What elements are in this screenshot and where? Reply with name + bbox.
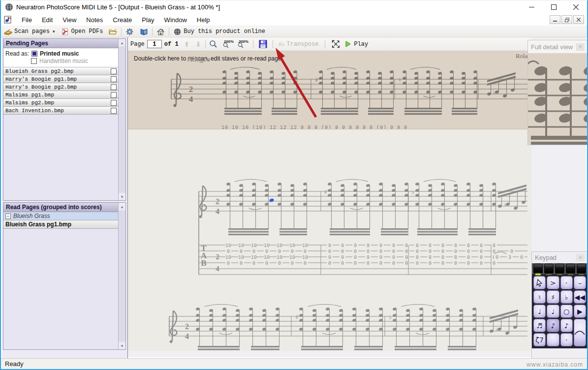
pending-file-row[interactable]: Harry's Boogie pg1.bmp xyxy=(3,75,118,83)
menu-play[interactable]: Play xyxy=(137,15,159,25)
menu-view[interactable]: View xyxy=(58,15,81,25)
main-toolbar: Scan pages ▾ Open PDFs xyxy=(1,26,587,37)
svg-text:10: 10 xyxy=(264,255,270,260)
menu-edit[interactable]: Edit xyxy=(37,15,58,25)
full-detail-header[interactable]: Full detail view ✕ xyxy=(528,40,588,53)
transpose-button[interactable]: ♯♭ Transpose xyxy=(276,41,321,48)
svg-text:0: 0 xyxy=(379,249,382,254)
close-button[interactable] xyxy=(565,0,587,14)
keypad-mode-key[interactable] xyxy=(566,264,575,274)
svg-text:9: 9 xyxy=(379,255,382,260)
zoom-200-button[interactable]: 200% xyxy=(235,40,250,49)
svg-text:0: 0 xyxy=(454,261,457,266)
svg-text:4: 4 xyxy=(185,332,189,340)
keypad-natural-sign-button[interactable]: ♮ xyxy=(533,290,546,304)
file-checkbox[interactable] xyxy=(111,100,117,106)
keypad-sharp-sign-button[interactable]: ♯ xyxy=(547,290,559,304)
read-pages-scrollbar[interactable]: ▴ ▾ xyxy=(118,203,125,349)
open-pdfs-button[interactable]: Open PDFs xyxy=(58,26,106,37)
keypad-blank-button[interactable] xyxy=(547,333,559,346)
next-page-button[interactable]: ⬇ xyxy=(192,40,204,48)
menu-window[interactable]: Window xyxy=(159,15,192,25)
scroll-down-icon[interactable]: ▾ xyxy=(119,193,125,200)
zoom-100-button[interactable]: 100% xyxy=(220,40,235,49)
close-icon[interactable]: ✕ xyxy=(576,254,585,261)
pending-file-row[interactable]: Blueish Grass pg2.bmp xyxy=(3,67,118,75)
save-button[interactable] xyxy=(256,40,270,48)
keypad-pointer-tool-button[interactable] xyxy=(533,276,546,289)
pending-file-row[interactable]: Malsims pg2.bmp xyxy=(3,99,118,107)
prev-page-button[interactable]: ⬆ xyxy=(181,40,193,48)
file-checkbox[interactable] xyxy=(111,108,117,114)
scroll-up-icon[interactable]: ▴ xyxy=(119,203,125,210)
keypad-play-button[interactable]: ▶ xyxy=(574,305,586,318)
keypad-sixteenth-note-button[interactable]: ♬ xyxy=(533,319,546,332)
menu-file[interactable]: File xyxy=(17,15,37,25)
svg-text:0: 0 xyxy=(405,249,408,254)
pending-scrollbar[interactable]: ▴ ▾ xyxy=(118,39,125,200)
play-button[interactable]: Play xyxy=(342,41,371,48)
printed-music-checkbox[interactable] xyxy=(31,51,37,57)
keypad-flat-sign-button[interactable]: ♭ xyxy=(560,290,573,304)
keypad-mode-key[interactable] xyxy=(544,264,554,274)
help-book-button[interactable]: ? xyxy=(137,26,151,37)
keypad-half-note-button[interactable]: ♩ xyxy=(547,305,559,318)
buy-online-button[interactable]: Buy this product online xyxy=(170,26,268,37)
menu-notes[interactable]: Notes xyxy=(81,15,108,25)
full-detail-view-panel: Full detail view ✕ xyxy=(527,40,588,145)
keypad-header[interactable]: Keypad ✕ xyxy=(532,252,588,263)
keypad-eighth-note-alt-button[interactable]: ♪ xyxy=(560,319,573,332)
keypad-whole-note-button[interactable]: ○ xyxy=(560,305,573,318)
close-icon[interactable]: ✕ xyxy=(576,43,585,51)
keypad-accent-mark-button[interactable]: > xyxy=(547,276,559,289)
keypad-augment-dot-button[interactable]: · xyxy=(560,333,573,346)
minimize-button[interactable] xyxy=(521,0,543,14)
handwritten-music-checkbox[interactable] xyxy=(31,58,37,64)
keypad-eighth-note-button[interactable]: ♪ xyxy=(547,319,559,332)
menu-create[interactable]: Create xyxy=(108,15,137,25)
pending-file-row[interactable]: Harry's Boogie pg2.bmp xyxy=(3,83,118,91)
file-checkbox[interactable] xyxy=(111,84,117,90)
full-screen-button[interactable] xyxy=(329,40,342,48)
keypad-rests-button[interactable]: ζ7 xyxy=(533,333,546,346)
open-folder-button[interactable] xyxy=(106,26,120,37)
scroll-down-icon[interactable]: ▾ xyxy=(119,342,125,349)
keypad-rewind-button[interactable]: ◀◀ xyxy=(574,290,586,304)
file-name: Bach Invention.bmp xyxy=(5,108,64,114)
scan-dropdown-arrow[interactable]: ▾ xyxy=(53,29,55,34)
pending-file-row[interactable]: Bach Invention.bmp xyxy=(3,107,118,115)
keypad-mode-key[interactable] xyxy=(533,264,543,274)
keypad-tenuto-dash-button[interactable]: – xyxy=(574,276,586,289)
keypad-staccato-dot-button[interactable]: · xyxy=(560,276,573,289)
keypad-mode-key[interactable] xyxy=(577,264,586,274)
file-checkbox[interactable] xyxy=(111,68,117,74)
zoom-tool-button[interactable] xyxy=(207,40,220,49)
output-music-systems[interactable]: 24♯♭♭TAB24100100100100100100100100100100… xyxy=(128,129,533,351)
keypad-mode-key[interactable] xyxy=(555,264,564,274)
score-page-row[interactable]: Blueish Grass pg1.bmp xyxy=(3,220,118,229)
collapse-icon[interactable]: − xyxy=(5,214,11,219)
svg-text:?: ? xyxy=(144,30,146,33)
file-checkbox[interactable] xyxy=(111,92,117,98)
mdi-close-button[interactable] xyxy=(573,15,584,24)
score-canvas[interactable]: 24♯♮♭ Double-click here to re-scan, edit… xyxy=(128,51,533,351)
svg-text:0: 0 xyxy=(240,261,243,266)
keypad-tie-button[interactable] xyxy=(574,319,586,346)
pending-file-row[interactable]: Malsims pg1.bmp xyxy=(3,91,118,99)
keypad-quarter-note-button[interactable]: ♩ xyxy=(533,305,546,318)
settings-button[interactable] xyxy=(123,26,137,37)
svg-text:9: 9 xyxy=(405,255,408,260)
scan-pages-button[interactable]: Scan pages ▾ xyxy=(1,26,58,37)
svg-text:0: 0 xyxy=(367,261,370,266)
mdi-minimize-button[interactable] xyxy=(550,15,560,24)
mdi-restore-button[interactable] xyxy=(561,15,572,24)
menu-help[interactable]: Help xyxy=(192,15,215,25)
scroll-up-icon[interactable]: ▴ xyxy=(119,39,125,46)
score-group-row[interactable]: − Blueish Grass xyxy=(3,212,118,220)
maximize-button[interactable] xyxy=(543,0,565,14)
file-checkbox[interactable] xyxy=(111,76,117,82)
watermark: www.xiazaiba.com xyxy=(526,361,583,368)
scanned-page-strip[interactable]: 24♯♮♭ Double-click here to re-scan, edit… xyxy=(128,51,533,129)
page-number-input[interactable] xyxy=(147,40,162,48)
home-button[interactable] xyxy=(154,26,168,37)
